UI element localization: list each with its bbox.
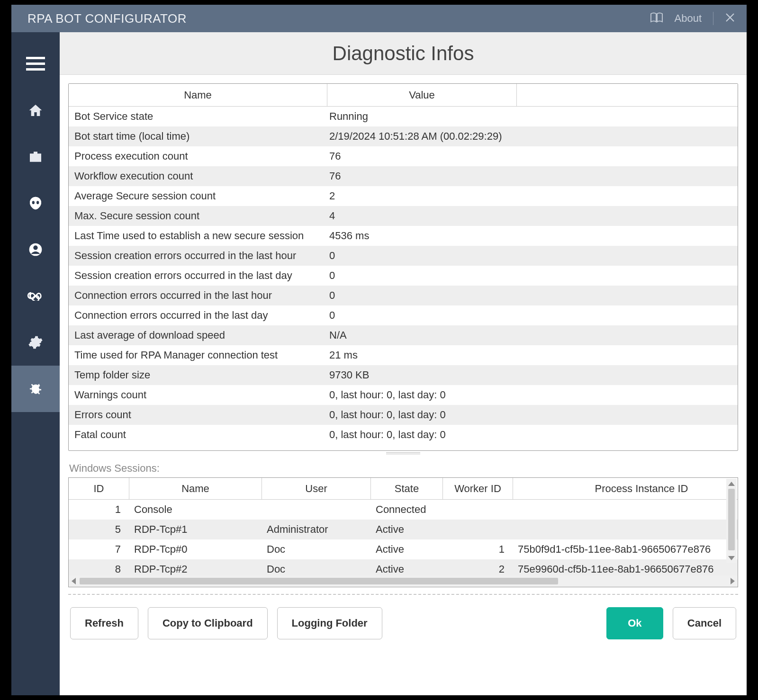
diag-cell-value: Running <box>327 110 738 123</box>
sessions-header-worker[interactable]: Worker ID <box>443 478 513 500</box>
diag-row[interactable]: Average Secure session count2 <box>69 186 738 206</box>
diag-cell-value: 21 ms <box>327 349 738 361</box>
session-cell-state: Active <box>371 523 443 536</box>
alien-icon <box>28 196 43 211</box>
sessions-header-proc[interactable]: Process Instance ID <box>513 478 738 500</box>
diag-cell-name: Max. Secure session count <box>69 210 327 222</box>
diag-row[interactable]: Session creation errors occurred in the … <box>69 246 738 266</box>
diag-row[interactable]: Errors count0, last hour: 0, last day: 0 <box>69 405 738 425</box>
sidebar-settings[interactable] <box>11 319 60 366</box>
session-row[interactable]: 8RDP-Tcp#2DocActive275e9960d-cf5b-11ee-8… <box>69 559 738 575</box>
session-row[interactable]: 5RDP-Tcp#1AdministratorActive <box>69 520 738 539</box>
diag-cell-value: 76 <box>327 170 738 182</box>
diag-cell-name: Last average of download speed <box>69 329 327 341</box>
sidebar-diagnostics[interactable] <box>11 366 60 412</box>
scroll-up-icon[interactable] <box>728 482 735 486</box>
session-cell-name: RDP-Tcp#1 <box>129 523 262 536</box>
svg-point-3 <box>32 201 35 204</box>
diag-header-value[interactable]: Value <box>327 84 517 107</box>
diag-cell-value: 2/19/2024 10:51:28 AM (00.02:29:29) <box>327 130 738 143</box>
diag-header-name[interactable]: Name <box>69 84 327 107</box>
diag-cell-name: Time used for RPA Manager connection tes… <box>69 349 327 361</box>
vertical-scrollbar[interactable] <box>726 479 737 563</box>
diag-row[interactable]: Bot start time (local time)2/19/2024 10:… <box>69 126 738 146</box>
sidebar <box>11 32 60 695</box>
sidebar-home[interactable] <box>11 87 60 134</box>
diag-row[interactable]: Connection errors occurred in the last d… <box>69 305 738 325</box>
copy-clipboard-button[interactable]: Copy to Clipboard <box>148 607 268 639</box>
diag-row[interactable]: Session creation errors occurred in the … <box>69 266 738 286</box>
diag-row[interactable]: Max. Secure session count4 <box>69 206 738 226</box>
sidebar-alien[interactable] <box>11 180 60 226</box>
refresh-button[interactable]: Refresh <box>70 607 138 639</box>
sidebar-menu-toggle[interactable] <box>11 41 60 87</box>
sidebar-user[interactable] <box>11 226 60 273</box>
diag-cell-value: N/A <box>327 329 738 341</box>
svg-rect-1 <box>26 63 45 65</box>
diag-cell-name: Session creation errors occurred in the … <box>69 269 327 282</box>
diag-cell-name: Bot Service state <box>69 110 327 123</box>
diag-row[interactable]: Process execution count76 <box>69 146 738 166</box>
diag-row[interactable]: Warnings count0, last hour: 0, last day:… <box>69 385 738 405</box>
app-title: RPA BOT CONFIGURATOR <box>27 11 187 26</box>
cancel-button[interactable]: Cancel <box>673 607 736 639</box>
diag-cell-value: 0 <box>327 269 738 282</box>
session-cell-user: Doc <box>262 563 371 575</box>
sessions-header-state[interactable]: State <box>371 478 443 500</box>
session-cell-proc: 75e9960d-cf5b-11ee-8ab1-96650677e876 <box>513 563 738 575</box>
diag-row[interactable]: Last Time used to establish a new secure… <box>69 226 738 246</box>
book-icon[interactable] <box>650 12 663 25</box>
diag-cell-name: Connection errors occurred in the last d… <box>69 309 327 322</box>
scroll-left-icon[interactable] <box>72 578 76 584</box>
horizontal-scrollbar[interactable] <box>69 575 738 587</box>
diag-cell-value: 0 <box>327 250 738 262</box>
bug-icon <box>28 381 43 396</box>
diag-cell-name: Average Secure session count <box>69 190 327 202</box>
ok-button[interactable]: Ok <box>606 607 663 639</box>
button-row: Refresh Copy to Clipboard Logging Folder… <box>68 607 738 652</box>
scroll-thumb[interactable] <box>728 489 735 550</box>
diag-row[interactable]: Workflow execution count76 <box>69 166 738 186</box>
diag-row[interactable]: Last average of download speedN/A <box>69 325 738 345</box>
app-window: RPA BOT CONFIGURATOR About <box>11 5 747 695</box>
logging-folder-button[interactable]: Logging Folder <box>277 607 382 639</box>
sessions-table: ID Name User State Worker ID Process Ins… <box>68 477 738 587</box>
diag-cell-name: Bot start time (local time) <box>69 130 327 143</box>
diag-cell-value: 4536 ms <box>327 230 738 242</box>
diag-row[interactable]: Fatal count0, last hour: 0, last day: 0 <box>69 425 738 445</box>
horizontal-splitter[interactable] <box>68 451 738 456</box>
diag-row[interactable]: Connection errors occurred in the last h… <box>69 286 738 305</box>
sessions-header-user[interactable]: User <box>262 478 371 500</box>
diag-row[interactable]: Time used for RPA Manager connection tes… <box>69 345 738 365</box>
diag-cell-value: 2 <box>327 190 738 202</box>
svg-point-4 <box>36 201 39 204</box>
close-icon[interactable] <box>725 12 735 25</box>
diag-row[interactable]: Bot Service stateRunning <box>69 107 738 126</box>
hamburger-icon <box>26 57 45 71</box>
sidebar-briefcase[interactable] <box>11 134 60 180</box>
diag-cell-name: Process execution count <box>69 150 327 162</box>
page-title: Diagnostic Infos <box>333 42 474 65</box>
sessions-header-name[interactable]: Name <box>129 478 262 500</box>
session-cell-user: Doc <box>262 543 371 556</box>
diag-row[interactable]: Temp folder size9730 KB <box>69 365 738 385</box>
dashed-divider <box>68 594 738 595</box>
hscroll-thumb[interactable] <box>80 578 558 584</box>
session-cell-id: 5 <box>69 523 129 536</box>
session-row[interactable]: 7RDP-Tcp#0DocActive175b0f9d1-cf5b-11ee-8… <box>69 539 738 559</box>
diag-cell-value: 0, last hour: 0, last day: 0 <box>327 409 738 421</box>
diag-header-row: Name Value <box>69 84 738 107</box>
diag-cell-name: Temp folder size <box>69 369 327 381</box>
sessions-header-id[interactable]: ID <box>69 478 129 500</box>
infinity-icon <box>27 291 44 301</box>
scroll-down-icon[interactable] <box>728 556 735 560</box>
title-bar: RPA BOT CONFIGURATOR About <box>11 5 747 32</box>
sessions-header-row: ID Name User State Worker ID Process Ins… <box>69 478 738 500</box>
scroll-right-icon[interactable] <box>731 578 735 584</box>
sidebar-infinity[interactable] <box>11 273 60 319</box>
session-cell-worker: 1 <box>443 543 513 556</box>
session-row[interactable]: 1ConsoleConnected <box>69 500 738 520</box>
about-link[interactable]: About <box>675 12 702 25</box>
diag-cell-value: 9730 KB <box>327 369 738 381</box>
session-cell-state: Active <box>371 543 443 556</box>
